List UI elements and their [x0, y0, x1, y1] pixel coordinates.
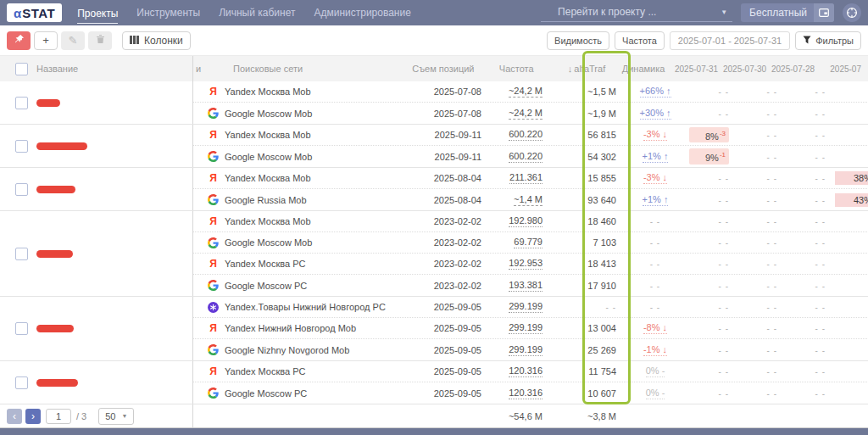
- column-header-dynamics[interactable]: Динамика: [612, 64, 675, 74]
- column-header-frequency[interactable]: Частота: [481, 64, 537, 74]
- engine-cell[interactable]: ЯYandex Москва Mob: [193, 86, 405, 98]
- frequency-value[interactable]: 120.316: [509, 365, 542, 377]
- pin-button[interactable]: [7, 31, 31, 50]
- columns-button[interactable]: Колонки: [122, 31, 191, 50]
- row-checkbox[interactable]: [15, 97, 28, 109]
- dynamics-value[interactable]: +30% ↑: [640, 108, 671, 120]
- dynamics-value[interactable]: +66% ↑: [640, 86, 671, 98]
- engine-cell[interactable]: Google Moscow Mob: [193, 108, 405, 119]
- frequency-value[interactable]: ~24,2 M: [509, 86, 542, 98]
- edit-button[interactable]: ✎: [61, 31, 85, 50]
- frequency-value[interactable]: 211.361: [509, 172, 542, 184]
- column-header-name[interactable]: Название: [36, 64, 78, 74]
- frequency-value[interactable]: 192.980: [509, 215, 542, 227]
- column-header-date-2[interactable]: 2025-07-30: [723, 64, 771, 74]
- project-select[interactable]: Перейти к проекту ... ▼: [541, 3, 732, 22]
- engine-cell[interactable]: Google Moscow PC: [193, 280, 405, 291]
- redacted-project-name[interactable]: [36, 142, 87, 150]
- frequency-value[interactable]: 299.199: [509, 344, 542, 356]
- next-page-button[interactable]: ›: [25, 409, 41, 424]
- alfatraf-cell: 13 004: [545, 323, 623, 333]
- frequency-button[interactable]: Частота: [615, 31, 665, 50]
- frequency-value[interactable]: 600.220: [509, 129, 542, 141]
- filters-button[interactable]: Фильтры: [795, 31, 861, 50]
- page-number-input[interactable]: 1: [46, 409, 71, 424]
- page-size-select[interactable]: 50 ▼: [98, 408, 134, 425]
- dynamics-cell: -3% ↓: [623, 129, 687, 141]
- frequency-value[interactable]: 120.316: [509, 388, 542, 399]
- card-icon[interactable]: [814, 3, 834, 22]
- frequency-value[interactable]: 299.199: [509, 322, 542, 334]
- frequency-value[interactable]: 600.220: [509, 151, 542, 163]
- position-date-cell: 2025-09-05: [405, 366, 487, 376]
- date-cell-3: - -: [784, 152, 832, 162]
- redacted-project-name[interactable]: [36, 379, 78, 387]
- frequency-cell: 299.199: [487, 301, 545, 313]
- dynamics-value[interactable]: +1% ↑: [643, 151, 669, 163]
- dynamics-value[interactable]: -3% ↓: [643, 129, 667, 141]
- engine-cell[interactable]: Google Moscow PC: [193, 388, 405, 399]
- nav-item-tools[interactable]: Инструменты: [136, 5, 200, 20]
- nav-item-projects[interactable]: Проекты: [77, 6, 118, 24]
- toolbar: + ✎ Колонки Видимость Частота 2025-07-01…: [0, 25, 868, 56]
- prev-page-button[interactable]: ‹: [7, 409, 22, 424]
- date-cell-empty: - -: [815, 259, 826, 269]
- visibility-button[interactable]: Видимость: [547, 31, 609, 50]
- date-cell-3: - -: [784, 130, 832, 140]
- column-header-engines[interactable]: и Поисковые сети: [193, 64, 400, 74]
- frequency-value[interactable]: 192.953: [509, 258, 542, 270]
- engine-cell[interactable]: Google Nizhny Novgorod Mob: [193, 344, 405, 355]
- frequency-value[interactable]: ~24,2 M: [509, 108, 542, 120]
- redacted-project-name[interactable]: [36, 99, 60, 107]
- engine-cell[interactable]: Yandex.Товары Нижний Новгород PC: [193, 302, 405, 313]
- frequency-value[interactable]: ~1,4 M: [514, 194, 542, 206]
- dynamics-value[interactable]: -1% ↓: [643, 344, 667, 356]
- engine-cell[interactable]: ЯYandex Москва Mob: [193, 129, 405, 141]
- frequency-value[interactable]: 69.779: [514, 237, 542, 248]
- frequency-value[interactable]: 193.381: [509, 280, 542, 292]
- dynamics-value[interactable]: -3% ↓: [643, 172, 667, 184]
- engine-cell[interactable]: Google Moscow Mob: [193, 237, 405, 248]
- redacted-project-name[interactable]: [36, 325, 74, 332]
- logo[interactable]: αSTAT: [7, 3, 62, 22]
- nav-item-account[interactable]: Личный кабинет: [219, 5, 295, 20]
- dynamics-value[interactable]: -8% ↓: [643, 322, 667, 334]
- redacted-project-name[interactable]: [36, 250, 73, 258]
- column-header-date-1[interactable]: 2025-07-31: [675, 64, 723, 74]
- nav-item-admin[interactable]: Администрирование: [314, 5, 410, 20]
- plan-button[interactable]: Бесплатный: [741, 3, 834, 22]
- dynamics-value[interactable]: 0% -: [646, 388, 665, 399]
- add-project-button[interactable]: +: [34, 31, 58, 50]
- delete-button[interactable]: [88, 31, 112, 50]
- engine-cell[interactable]: Google Russia Mob: [193, 194, 405, 205]
- column-header-alfatraf[interactable]: ↓alfaTraf: [537, 64, 613, 74]
- column-header-position-date[interactable]: Съем позиций: [400, 64, 480, 74]
- date-cell-empty: - -: [815, 238, 826, 248]
- column-header-date-4[interactable]: 2025-07: [820, 64, 868, 74]
- engine-cell[interactable]: ЯYandex Нижний Новгород Mob: [193, 322, 405, 334]
- engine-cell[interactable]: ЯYandex Москва PC: [193, 258, 405, 270]
- dynamics-value[interactable]: 0% -: [646, 365, 665, 377]
- position-date-cell: 2025-09-11: [405, 130, 487, 140]
- date-cell-empty: - -: [767, 303, 777, 312]
- row-checkbox[interactable]: [15, 248, 28, 260]
- date-cell-empty: - -: [815, 196, 826, 205]
- hidden-column-fragment: и: [196, 64, 201, 74]
- dynamics-value[interactable]: +1% ↑: [643, 194, 669, 206]
- row-checkbox[interactable]: [15, 183, 28, 196]
- engine-cell[interactable]: ЯYandex Москва PC: [193, 365, 405, 377]
- plan-label: Бесплатный: [749, 7, 807, 19]
- row-checkbox[interactable]: [15, 322, 28, 335]
- date-cell-1: - -: [687, 345, 736, 355]
- redacted-project-name[interactable]: [36, 186, 75, 193]
- engine-cell[interactable]: ЯYandex Москва Mob: [193, 172, 405, 184]
- date-range-input[interactable]: 2025-07-01 - 2025-07-31: [670, 31, 790, 50]
- row-checkbox[interactable]: [15, 376, 28, 389]
- column-header-date-3[interactable]: 2025-07-28: [771, 64, 820, 74]
- frequency-value[interactable]: 299.199: [509, 301, 542, 313]
- row-checkbox[interactable]: [15, 140, 28, 153]
- engine-cell[interactable]: ЯYandex Москва Mob: [193, 215, 405, 227]
- support-icon[interactable]: [843, 3, 861, 22]
- engine-cell[interactable]: Google Moscow Mob: [193, 151, 405, 162]
- select-all-checkbox[interactable]: [15, 63, 28, 75]
